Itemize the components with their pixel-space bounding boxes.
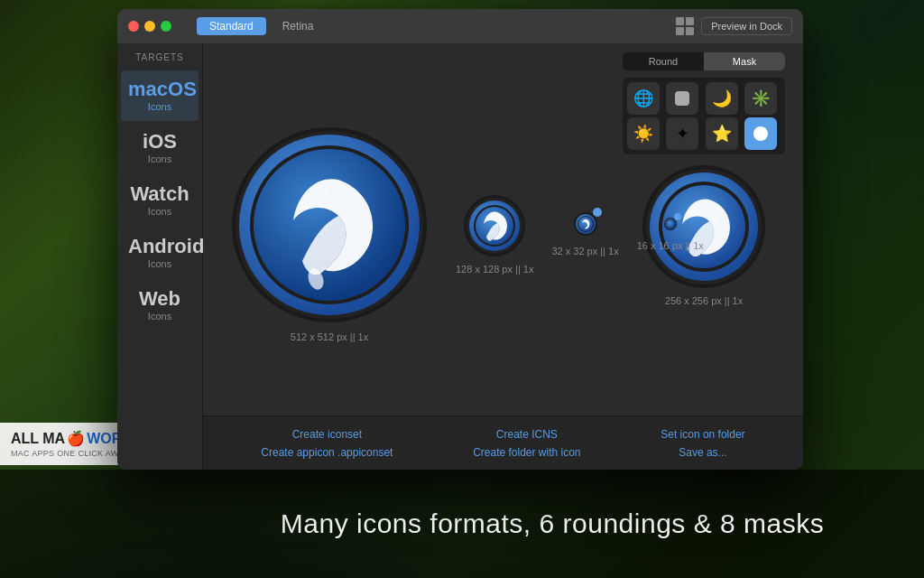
sidebar-item-web[interactable]: Web Icons <box>121 280 199 331</box>
sidebar-item-android-label: Android <box>128 237 191 256</box>
set-icon-folder-button[interactable]: Set icon on folder <box>661 428 744 441</box>
close-button[interactable] <box>128 21 139 32</box>
icon-grid: 🌐 🌙 ✳️ ☀️ ✦ ⭐ <box>623 78 785 154</box>
create-iconset-button[interactable]: Create iconset <box>292 428 362 441</box>
sidebar-item-macos-label: macOS <box>128 79 191 99</box>
tagline: Many icons formats, 6 roundings & 8 mask… <box>281 508 824 538</box>
main-content: 512 x 512 px || 1x Round Mask 🌐 <box>203 43 803 470</box>
maximize-button[interactable] <box>161 21 171 32</box>
main-icon-svg <box>230 126 429 324</box>
preview-32-label: 32 x 32 px || 1x <box>551 246 618 256</box>
sidebar-item-ios[interactable]: iOS Icons <box>121 123 199 173</box>
preview-32: 32 x 32 px || 1x <box>551 211 618 256</box>
preview-dock-button[interactable]: Preview in Dock <box>701 17 792 35</box>
sidebar-item-watch-sub: Icons <box>128 206 191 217</box>
canvas-area: 512 x 512 px || 1x Round Mask 🌐 <box>203 43 803 415</box>
icon-cell-star4[interactable]: ✦ <box>666 117 698 150</box>
icon-cell-circle[interactable] <box>744 117 777 150</box>
save-as-button[interactable]: Save as... <box>679 446 726 459</box>
tab-standard[interactable]: Standard <box>197 17 266 35</box>
right-previews: Round Mask 🌐 🌙 ✳️ ☀️ ✦ ⭐ <box>456 193 776 275</box>
preview-panel: Round Mask 🌐 🌙 ✳️ ☀️ ✦ ⭐ <box>623 52 785 306</box>
preview-256-label: 256 x 256 px || 1x <box>665 295 743 306</box>
svg-point-7 <box>753 126 768 141</box>
icon-cell-flower[interactable]: ✳️ <box>744 82 777 115</box>
sidebar-item-ios-label: iOS <box>128 132 191 152</box>
icon-cell-globe[interactable]: 🌐 <box>627 82 660 115</box>
tab-mask[interactable]: Mask <box>704 52 785 70</box>
sidebar-item-watch-label: Watch <box>128 184 191 204</box>
sidebar-item-web-sub: Icons <box>128 311 191 322</box>
tab-retina[interactable]: Retina <box>270 17 327 35</box>
preview-16: 16 x 16 px || 1x <box>637 217 704 251</box>
icon-cell-moon[interactable]: 🌙 <box>706 82 738 115</box>
create-icns-button[interactable]: Create ICNS <box>496 428 558 441</box>
create-folder-icon-button[interactable]: Create folder with icon <box>473 446 580 459</box>
toolbar: Create iconset Create appicon .appiconse… <box>203 415 803 470</box>
sidebar-title: TARGETS <box>117 52 202 62</box>
preview-128-icon <box>462 193 527 258</box>
grid-icon[interactable] <box>676 17 694 35</box>
tab-round[interactable]: Round <box>623 52 704 70</box>
sidebar-item-macos[interactable]: macOS Icons <box>121 70 199 121</box>
sidebar-item-web-label: Web <box>128 289 191 309</box>
title-bar-right: Preview in Dock <box>676 17 792 35</box>
watermark-text-pre: ALL MA <box>11 431 65 447</box>
main-icon <box>230 126 429 324</box>
sidebar-item-ios-sub: Icons <box>128 154 191 164</box>
app-window: Standard Retina Preview in Dock TARGETS … <box>117 9 803 470</box>
sidebar-item-android[interactable]: Android Icons <box>121 228 199 278</box>
app-body: TARGETS macOS Icons iOS Icons Watch Icon… <box>117 43 803 470</box>
create-appiconset-button[interactable]: Create appicon .appiconset <box>261 446 393 459</box>
icon-cell-square[interactable] <box>666 82 698 115</box>
svg-point-21 <box>578 217 593 231</box>
minimize-button[interactable] <box>144 21 155 32</box>
round-mask-tabs: Round Mask <box>623 52 785 70</box>
icon-cell-star5[interactable]: ⭐ <box>706 117 738 150</box>
tab-group: Standard Retina <box>197 17 326 35</box>
sidebar-item-watch[interactable]: Watch Icons <box>121 175 199 226</box>
main-icon-wrap: 512 x 512 px || 1x <box>230 126 429 342</box>
icon-cell-sun[interactable]: ☀️ <box>627 117 660 150</box>
svg-point-25 <box>666 220 674 228</box>
title-bar: Standard Retina Preview in Dock <box>117 9 803 43</box>
main-icon-size-label: 512 x 512 px || 1x <box>291 331 368 342</box>
sidebar: TARGETS macOS Icons iOS Icons Watch Icon… <box>117 43 203 470</box>
svg-rect-6 <box>675 91 689 106</box>
preview-128-label: 128 x 128 px || 1x <box>456 264 533 275</box>
preview-16-label: 16 x 16 px || 1x <box>637 240 704 251</box>
preview-128: 128 x 128 px || 1x <box>456 193 533 275</box>
bottom-bar: Many icons formats, 6 roundings & 8 mask… <box>0 470 924 578</box>
sidebar-item-android-sub: Icons <box>128 258 191 269</box>
watermark-apple-icon: 🍎 <box>67 430 85 447</box>
sidebar-item-macos-sub: Icons <box>128 101 191 112</box>
traffic-lights <box>128 21 171 32</box>
